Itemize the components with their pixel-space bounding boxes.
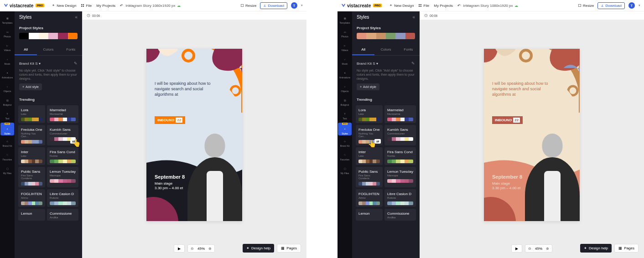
logo[interactable]: vistacreate PRO	[4, 3, 44, 8]
style-card[interactable]: Fira Sans CondNunito	[47, 147, 78, 165]
style-card[interactable]: FOGLIHTENArimo	[18, 189, 45, 207]
tab-all[interactable]: All	[352, 45, 374, 55]
rail-favorites[interactable]: ♡Favorites	[0, 150, 14, 163]
zoom-level[interactable]: 45%	[535, 247, 542, 251]
headline-text[interactable]: I will be speaking about how to navigate…	[155, 81, 214, 97]
user-avatar[interactable]: T	[628, 2, 635, 9]
style-card[interactable]: CommissioneAndika	[384, 209, 416, 221]
rail-photos[interactable]: ▭Photos	[0, 27, 14, 40]
speaker-photo[interactable]	[183, 130, 242, 221]
style-card[interactable]: CommissioneAndika	[47, 209, 78, 221]
rail-music[interactable]: ♪Music	[0, 54, 14, 67]
rail-text[interactable]: TText	[338, 109, 352, 122]
user-avatar[interactable]: T	[291, 2, 297, 9]
style-card[interactable]: FOGLIHTENArimo	[356, 189, 383, 207]
document-title[interactable]: Instagram Story 1080x1920 px ☁	[126, 4, 181, 8]
style-card[interactable]: Fredoka OneNothing You Can...⇄👆	[356, 125, 383, 145]
logo[interactable]: vistacreate PRO	[341, 3, 382, 8]
design-canvas[interactable]: I will be speaking about how to navigate…	[146, 49, 242, 221]
rail-styles[interactable]: PRO✧Styles	[0, 123, 14, 135]
rail-my files[interactable]: ▢My Files	[338, 164, 352, 176]
style-card[interactable]: Public SansFira Sans Condens	[356, 167, 383, 187]
my-projects-link[interactable]: My Projects	[96, 4, 115, 8]
resize-button[interactable]: Resize	[240, 4, 256, 8]
design-canvas[interactable]: I will be speaking about how to navigate…	[484, 49, 580, 221]
style-card[interactable]: InterLato	[356, 147, 383, 165]
zoom-level[interactable]: 45%	[197, 247, 205, 251]
file-menu[interactable]: File	[418, 4, 429, 8]
project-palette[interactable]	[19, 33, 78, 39]
style-card[interactable]: Fredoka OneNothing You Can...	[18, 125, 45, 145]
speaker-photo[interactable]	[520, 130, 580, 221]
new-design-link[interactable]: New Design	[389, 4, 414, 8]
brand-kit-selector[interactable]: Brand Kit S ▾	[357, 62, 378, 66]
style-card[interactable]: LoraLato	[356, 105, 383, 123]
resize-button[interactable]: Resize	[578, 4, 594, 8]
pages-button[interactable]: ▦ Pages	[614, 244, 639, 253]
rail-objects[interactable]: ○Objects	[0, 82, 14, 94]
date-block[interactable]: September 8Main stage3.30 pm – 4.00 et	[155, 174, 185, 191]
shuffle-icon[interactable]: ⇄	[374, 139, 381, 144]
style-card[interactable]: InterLato	[18, 147, 45, 165]
style-card[interactable]: Libre Caslon DRoboto	[47, 189, 78, 207]
rail-styles[interactable]: PRO✧Styles	[338, 123, 352, 135]
rail-videos[interactable]: ▷Videos	[338, 41, 352, 53]
collapse-icon[interactable]: «	[412, 15, 415, 20]
pages-button[interactable]: ▦ Pages	[277, 244, 301, 253]
style-card[interactable]: Lemon	[356, 209, 383, 221]
style-card[interactable]: Lemon	[18, 209, 45, 221]
rail-bckgrnd[interactable]: ▨Bckgrnd	[0, 95, 14, 108]
event-badge[interactable]: INBOUND22	[492, 116, 523, 124]
style-card[interactable]: Fira Sans CondNunito	[384, 147, 416, 165]
style-card[interactable]: Kumbh SansCommissioner⇄👆	[47, 125, 78, 145]
rail-templates[interactable]: ▦Templates	[0, 13, 14, 26]
tab-fonts[interactable]: Fonts	[397, 45, 420, 55]
rail-music[interactable]: ♪Music	[338, 54, 352, 67]
play-button[interactable]: ▶	[174, 244, 185, 253]
rail-favorites[interactable]: ♡Favorites	[338, 150, 352, 163]
rail-my files[interactable]: ▢My Files	[0, 164, 14, 176]
zoom-in-button[interactable]: ⊕	[207, 247, 213, 251]
style-card[interactable]: Libre Caslon DRoboto	[384, 189, 416, 207]
play-button[interactable]: ▶	[511, 244, 522, 253]
tab-colors[interactable]: Colors	[374, 45, 397, 55]
download-button[interactable]: Download	[597, 2, 625, 9]
zoom-in-button[interactable]: ⊕	[545, 247, 550, 251]
download-button[interactable]: Download	[260, 2, 287, 9]
rail-text[interactable]: TText	[0, 109, 14, 122]
tab-all[interactable]: All	[15, 45, 37, 55]
edit-icon[interactable]: ✎	[411, 61, 415, 66]
undo-button[interactable]: ↶	[120, 4, 123, 8]
style-card[interactable]: Kumbh SansCommissioner	[384, 125, 416, 145]
file-menu[interactable]: File	[81, 4, 92, 8]
tab-colors[interactable]: Colors	[37, 45, 59, 55]
shuffle-icon[interactable]: ⇄	[70, 139, 77, 144]
style-card[interactable]: Lemon TuesdayManrope	[47, 167, 78, 187]
rail-brand kit[interactable]: ◇Brand Kit	[0, 136, 14, 149]
rail-videos[interactable]: ▷Videos	[0, 41, 14, 53]
zoom-out-button[interactable]: ⊖	[527, 247, 533, 251]
tab-fonts[interactable]: Fonts	[60, 45, 82, 55]
style-card[interactable]: MarmeladMontserrat	[47, 105, 78, 123]
style-card[interactable]: LoraLato	[18, 105, 45, 123]
style-card[interactable]: MarmeladMontserrat	[384, 105, 416, 123]
chevron-down-icon[interactable]: ▾	[639, 4, 640, 7]
rail-animations[interactable]: ✦Animations	[0, 68, 14, 81]
rail-photos[interactable]: ▭Photos	[338, 27, 352, 40]
design-help-button[interactable]: ✦ Design help	[243, 244, 274, 253]
rail-templates[interactable]: ▦Templates	[338, 13, 352, 26]
date-block[interactable]: September 8Main stage3.30 pm – 4.00 et	[492, 174, 522, 191]
zoom-out-button[interactable]: ⊖	[190, 247, 195, 251]
rail-brand kit[interactable]: ◇Brand Kit	[338, 136, 352, 149]
new-design-link[interactable]: New Design	[52, 4, 76, 8]
edit-icon[interactable]: ✎	[74, 61, 78, 66]
collapse-icon[interactable]: «	[75, 15, 78, 20]
chevron-down-icon[interactable]: ▾	[301, 4, 303, 7]
rail-animations[interactable]: ✦Animations	[338, 68, 352, 81]
brand-kit-selector[interactable]: Brand Kit S ▾	[19, 62, 41, 66]
project-palette[interactable]	[357, 33, 415, 39]
event-badge[interactable]: INBOUND22	[155, 116, 185, 124]
style-card[interactable]: Public SansFira Sans Condens	[18, 167, 45, 187]
rail-bckgrnd[interactable]: ▨Bckgrnd	[338, 95, 352, 108]
undo-button[interactable]: ↶	[457, 4, 461, 8]
